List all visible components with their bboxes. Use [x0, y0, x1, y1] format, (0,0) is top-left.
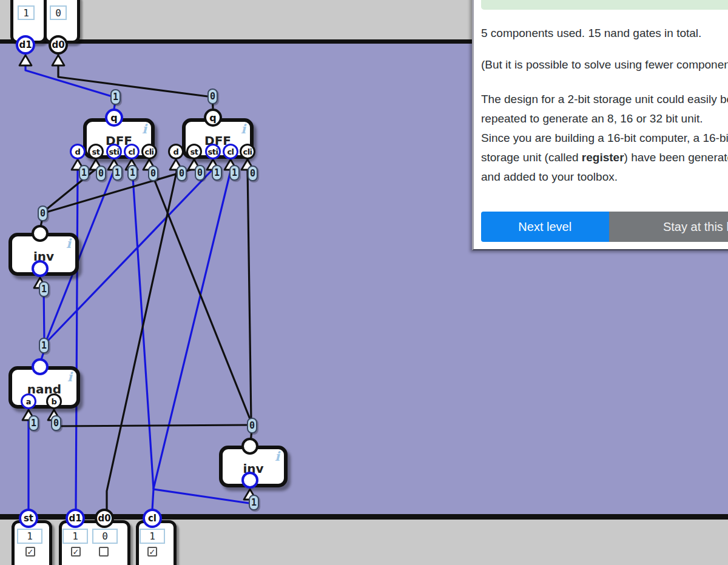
pin-label: sti — [109, 147, 120, 156]
signal-value-bubble: 0 — [247, 418, 257, 433]
signal-value-bubble: 0 — [207, 89, 218, 104]
register-term: register — [582, 151, 624, 164]
pin-dff1-sti[interactable]: sti — [106, 144, 122, 159]
input-toggle-checkbox[interactable]: ✓ — [71, 547, 81, 557]
level-description: The design for a 2-bit storage unit coul… — [481, 90, 728, 187]
pin-label: b — [52, 397, 57, 406]
signal-value-bubble: 0 — [195, 165, 205, 181]
input-value-field: 1 — [62, 529, 88, 544]
signal-value-bubble: 1 — [79, 165, 89, 181]
signal-value-bubble: 0 — [148, 165, 158, 181]
signal-value-bubble: 0 — [38, 206, 48, 221]
pin-dff2-cli[interactable]: cli — [240, 144, 255, 159]
pin-label: sti — [208, 147, 218, 156]
description-segment: storage unit (called — [481, 151, 582, 164]
pin-label: d — [75, 147, 81, 156]
signal-value-bubble: 1 — [110, 89, 121, 105]
pin-label: d0 — [98, 513, 110, 524]
signal-value-bubble: 1 — [127, 165, 138, 181]
info-icon[interactable]: i — [142, 121, 147, 136]
input-value-field: 1 — [17, 529, 42, 544]
pin-nand-a[interactable]: a — [21, 393, 36, 409]
signal-value-bubble: 0 — [51, 415, 61, 431]
wire[interactable] — [153, 169, 231, 489]
wire[interactable] — [150, 169, 251, 422]
description-line: and added to your toolbox. — [481, 167, 728, 187]
pin-label: d — [174, 147, 179, 156]
pin-input-d1[interactable]: d1 — [66, 509, 85, 528]
pin-dff2-d[interactable]: d — [168, 144, 184, 159]
pin-label: st — [24, 513, 33, 524]
info-icon[interactable]: i — [66, 236, 71, 251]
panel-buttons: Next level Stay at this level — [481, 212, 728, 242]
pin-label: d0 — [52, 39, 64, 50]
output-value-field: 1 — [18, 5, 35, 20]
description-line: storage unit (called register) have been… — [481, 148, 728, 167]
stay-at-level-button[interactable]: Stay at this level — [609, 212, 728, 242]
hint-text: (But it is possible to solve using fewer… — [481, 58, 728, 74]
pin-nand-b[interactable]: b — [46, 393, 62, 409]
pin-label: d1 — [69, 513, 81, 524]
pin-label: q — [110, 112, 117, 124]
pin-output-d1[interactable]: d1 — [16, 35, 35, 55]
input-value-field: 1 — [140, 529, 165, 544]
wire[interactable] — [76, 169, 78, 510]
pin-label: st — [190, 147, 198, 156]
pin-input-st[interactable]: st — [19, 509, 38, 528]
pin-dff2-st[interactable]: st — [186, 144, 202, 159]
pin-dff2-q[interactable]: q — [204, 109, 222, 127]
input-toggle-checkbox[interactable] — [99, 547, 109, 557]
description-segment: ) have been generated — [624, 151, 728, 164]
pin-label: d1 — [19, 39, 32, 50]
info-icon[interactable]: i — [241, 121, 246, 136]
pin-label: a — [26, 397, 31, 406]
pin-dff1-cl[interactable]: cl — [124, 144, 140, 159]
pin-dff1-q[interactable]: q — [105, 109, 123, 127]
signal-value-bubble: 1 — [29, 415, 39, 431]
pin-label: cli — [144, 147, 153, 156]
pin-label: st — [92, 147, 100, 156]
signal-value-bubble: 1 — [212, 165, 222, 181]
next-level-button[interactable]: Next level — [481, 212, 609, 242]
wire[interactable] — [58, 55, 213, 108]
pin-inv1-in[interactable] — [32, 260, 49, 277]
wire[interactable] — [54, 420, 251, 426]
stats-text: 5 components used. 15 nand gates in tota… — [481, 27, 728, 42]
pin-inv1-out[interactable] — [32, 225, 49, 242]
pin-dff2-cl[interactable]: cl — [223, 144, 238, 159]
input-toggle-checkbox[interactable]: ✓ — [147, 547, 157, 557]
wire[interactable] — [107, 169, 177, 510]
wire[interactable] — [152, 489, 253, 510]
info-icon[interactable]: i — [275, 449, 280, 464]
circuit-canvas: DFF i DFF i inv i nand i inv i 1 0 1 1 0… — [0, 0, 728, 565]
pin-label: q — [209, 112, 216, 124]
pin-input-d0[interactable]: d0 — [95, 509, 114, 528]
pin-label: cl — [227, 147, 234, 156]
result-panel: 5 components used. 15 nand gates in tota… — [472, 0, 728, 250]
signal-value-bubble: 1 — [229, 165, 240, 181]
pin-inv2-in[interactable] — [241, 472, 258, 489]
signal-value-bubble: 1 — [39, 281, 49, 297]
wire[interactable] — [248, 169, 251, 421]
pin-dff2-sti[interactable]: sti — [205, 144, 221, 159]
input-value-field: 0 — [92, 529, 118, 544]
pin-label: cl — [128, 147, 135, 156]
info-icon[interactable]: i — [67, 369, 72, 384]
pin-dff1-st[interactable]: st — [88, 144, 104, 159]
signal-value-bubble: 0 — [248, 165, 258, 181]
flow-arrow-icon — [52, 55, 64, 65]
input-toggle-checkbox[interactable]: ✓ — [25, 547, 35, 557]
pin-inv2-out[interactable] — [241, 438, 258, 455]
description-line: Since you are building a 16-bit computer… — [481, 129, 728, 148]
signal-value-bubble: 0 — [96, 165, 106, 181]
pin-output-d0[interactable]: d0 — [49, 35, 68, 55]
pin-dff1-cli[interactable]: cli — [141, 144, 157, 159]
pin-input-cl[interactable]: cl — [143, 509, 162, 528]
signal-value-bubble: 0 — [177, 165, 187, 181]
pin-dff1-d[interactable]: d — [70, 144, 86, 159]
description-line: repeated to generate an 8, 16 or 32 bit … — [481, 109, 728, 129]
output-value-field: 0 — [50, 5, 67, 20]
flow-arrow-icon — [19, 55, 32, 65]
pin-nand-out[interactable] — [32, 358, 49, 375]
signal-value-bubble: 1 — [112, 165, 123, 181]
